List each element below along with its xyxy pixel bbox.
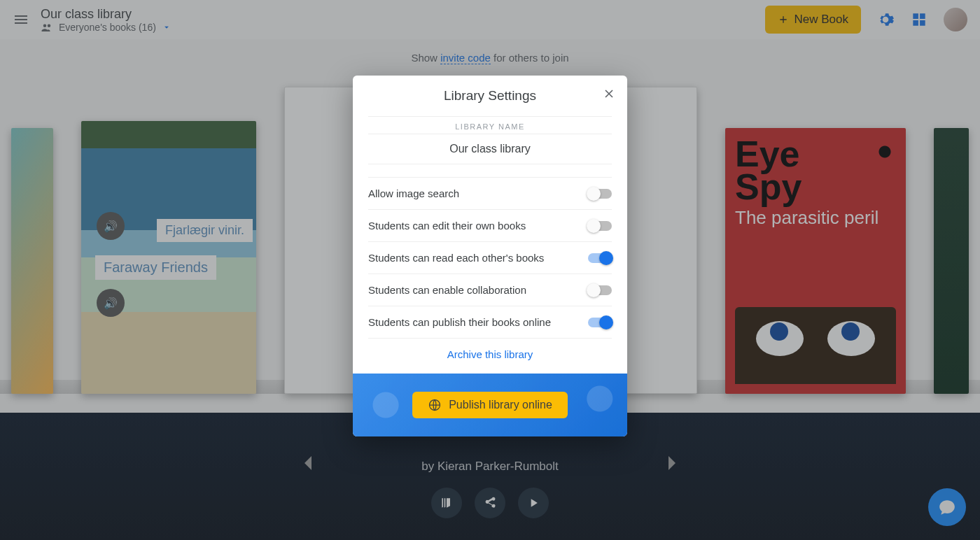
setting-toggle[interactable] bbox=[588, 285, 612, 295]
setting-label: Allow image search bbox=[368, 187, 459, 199]
setting-label: Students can publish their books online bbox=[368, 316, 551, 328]
setting-label: Students can edit their own books bbox=[368, 220, 526, 232]
modal-title: Library Settings bbox=[370, 88, 610, 104]
setting-row: Students can publish their books online bbox=[368, 306, 612, 339]
setting-toggle[interactable] bbox=[588, 253, 612, 263]
setting-label: Students can enable collaboration bbox=[368, 284, 526, 296]
publish-label: Publish library online bbox=[449, 399, 552, 411]
setting-toggle[interactable] bbox=[588, 221, 612, 231]
globe-icon bbox=[428, 398, 442, 412]
archive-row: Archive this library bbox=[353, 339, 627, 374]
setting-row: Students can read each other's books bbox=[368, 242, 612, 274]
setting-label: Students can read each other's books bbox=[368, 252, 544, 264]
modal-footer: Publish library online bbox=[353, 374, 627, 436]
setting-toggle[interactable] bbox=[588, 189, 612, 199]
close-icon[interactable] bbox=[602, 87, 616, 101]
archive-library-link[interactable]: Archive this library bbox=[447, 348, 533, 360]
settings-toggle-list: Allow image searchStudents can edit thei… bbox=[368, 177, 612, 339]
library-name-input[interactable] bbox=[368, 134, 612, 164]
setting-row: Allow image search bbox=[368, 178, 612, 210]
library-name-section-label: LIBRARY NAME bbox=[368, 116, 612, 134]
publish-library-button[interactable]: Publish library online bbox=[412, 392, 568, 418]
setting-toggle[interactable] bbox=[588, 318, 612, 327]
library-settings-modal: Library Settings LIBRARY NAME Allow imag… bbox=[353, 76, 627, 436]
setting-row: Students can enable collaboration bbox=[368, 274, 612, 306]
setting-row: Students can edit their own books bbox=[368, 210, 612, 242]
